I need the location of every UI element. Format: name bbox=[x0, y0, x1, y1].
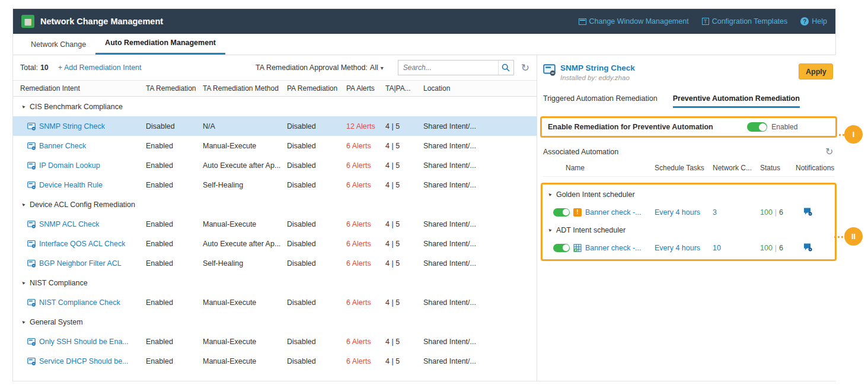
col-network-c[interactable]: Network C... bbox=[713, 164, 760, 172]
table-row[interactable]: Only SSH Should be Ena... Enabled Manual… bbox=[13, 332, 537, 351]
automation-name-link[interactable]: Banner check -... bbox=[585, 244, 642, 252]
help-label: Help bbox=[812, 17, 827, 26]
table-row[interactable]: SNMP ACL Check Enabled Manual-Execute Di… bbox=[13, 214, 537, 234]
col-pa-alerts[interactable]: PA Alerts bbox=[346, 84, 385, 93]
intent-name-link[interactable]: Only SSH Should be Ena... bbox=[39, 338, 129, 346]
table-group-row[interactable]: ▲ CIS Benchmark Compliance bbox=[13, 97, 537, 116]
intent-name-link[interactable]: Interface QOS ACL Check bbox=[39, 240, 125, 248]
enable-remediation-toggle[interactable] bbox=[747, 122, 767, 132]
pa-alerts-cell[interactable]: 6 Alerts bbox=[346, 259, 385, 268]
collapse-icon[interactable]: ▲ bbox=[546, 227, 553, 234]
refresh-icon[interactable]: ↻ bbox=[521, 63, 529, 73]
intent-name-link[interactable]: IP Domain Lookup bbox=[39, 161, 100, 170]
annotation-connector bbox=[834, 236, 843, 238]
col-pa-remediation[interactable]: PA Remediation bbox=[287, 84, 346, 93]
search-button[interactable] bbox=[498, 61, 513, 75]
table-row[interactable]: Service DHCP Should be... Enabled Manual… bbox=[13, 351, 537, 371]
intent-name-link[interactable]: Banner Check bbox=[39, 142, 86, 150]
ta-remediation-cell: Enabled bbox=[146, 161, 203, 170]
refresh-icon[interactable]: ↻ bbox=[825, 147, 833, 157]
automation-row[interactable]: ! Banner check -... Every 4 hours 3 100|… bbox=[543, 202, 834, 222]
table-row[interactable]: IP Domain Lookup Enabled Auto Execute af… bbox=[13, 155, 537, 175]
ta-method-cell: Manual-Execute bbox=[203, 220, 287, 228]
network-count-cell[interactable]: 10 bbox=[713, 244, 760, 252]
scheduler-group-row[interactable]: ▲ Golden Intent scheduler bbox=[543, 186, 834, 202]
apply-button[interactable]: Apply bbox=[799, 63, 833, 79]
status-cell[interactable]: 100|6 bbox=[760, 208, 796, 217]
pa-alerts-cell[interactable]: 6 Alerts bbox=[346, 357, 385, 365]
automation-row[interactable]: Banner check -... Every 4 hours 10 100|6 bbox=[543, 238, 834, 257]
collapse-icon[interactable]: ▲ bbox=[20, 103, 27, 110]
table-row[interactable]: Device Health Rule Enabled Self-Healing … bbox=[13, 175, 537, 195]
pa-alerts-cell[interactable]: 6 Alerts bbox=[346, 181, 385, 189]
enable-remediation-highlight-box: Enable Remediation for Preventive Automa… bbox=[540, 116, 837, 138]
table-group-row[interactable]: ▲ General System bbox=[13, 312, 537, 332]
pa-alerts-cell[interactable]: 6 Alerts bbox=[346, 220, 385, 228]
annotation-marker-2: II bbox=[844, 227, 863, 246]
col-ta-pa[interactable]: TA|PA... bbox=[385, 84, 423, 93]
intent-name-link[interactable]: BGP Neighbor Filter ACL bbox=[39, 259, 122, 268]
notification-cell[interactable] bbox=[796, 242, 834, 253]
table-row[interactable]: Banner Check Enabled Manual-Execute Disa… bbox=[13, 136, 537, 155]
remediation-intent-icon bbox=[27, 220, 36, 228]
automation-name-link[interactable]: Banner check -... bbox=[585, 208, 642, 217]
tab-preventive-automation-remediation[interactable]: Preventive Automation Remediation bbox=[673, 94, 800, 108]
pa-remediation-cell: Disabled bbox=[287, 338, 346, 346]
table-row[interactable]: NIST Compliance Check Enabled Manual-Exe… bbox=[13, 292, 537, 312]
status-cell[interactable]: 100|6 bbox=[760, 244, 796, 252]
tab-auto-remediation-management[interactable]: Auto Remediation Management bbox=[95, 33, 225, 55]
col-location[interactable]: Location bbox=[423, 84, 537, 93]
approval-method-filter[interactable]: TA Remediation Approval Method: All ▾ bbox=[256, 63, 384, 72]
tab-network-change[interactable]: Network Change bbox=[21, 35, 95, 55]
group-label: General System bbox=[30, 318, 83, 326]
configuration-templates-link[interactable]: T Configration Templates bbox=[702, 17, 788, 26]
detail-title: SNMP String Check bbox=[560, 63, 635, 72]
table-group-row[interactable]: ▲ NIST Compliance bbox=[13, 273, 537, 292]
change-window-management-link[interactable]: Change Window Management bbox=[579, 17, 689, 26]
intent-name-link[interactable]: SNMP ACL Check bbox=[39, 220, 99, 228]
intent-name-link[interactable]: SNMP String Check bbox=[39, 122, 105, 131]
collapse-icon[interactable]: ▲ bbox=[20, 319, 27, 326]
col-name[interactable]: Name bbox=[543, 164, 655, 172]
automation-toggle[interactable] bbox=[553, 244, 570, 252]
location-cell: Shared Intent/... bbox=[423, 259, 537, 268]
automation-toggle[interactable] bbox=[553, 208, 570, 217]
scheduler-group-row[interactable]: ▲ ADT Intent scheduler bbox=[543, 222, 834, 238]
associated-automation-title: Associated Automation bbox=[543, 148, 618, 156]
col-ta-remediation[interactable]: TA Remediation bbox=[146, 84, 203, 93]
status-fail-count: 6 bbox=[779, 244, 783, 252]
pa-alerts-cell[interactable]: 6 Alerts bbox=[346, 142, 385, 150]
pa-alerts-cell[interactable]: 6 Alerts bbox=[346, 298, 385, 307]
ta-remediation-cell: Enabled bbox=[146, 259, 203, 268]
table-row[interactable]: Interface QOS ACL Check Enabled Auto Exe… bbox=[13, 234, 537, 253]
pa-alerts-cell[interactable]: 6 Alerts bbox=[346, 161, 385, 170]
intent-name-link[interactable]: Service DHCP Should be... bbox=[39, 357, 129, 365]
notification-cell[interactable] bbox=[796, 206, 834, 218]
pa-alerts-cell[interactable]: 6 Alerts bbox=[346, 240, 385, 248]
table-row[interactable]: BGP Neighbor Filter ACL Enabled Self-Hea… bbox=[13, 253, 537, 273]
pa-alerts-cell[interactable]: 6 Alerts bbox=[346, 338, 385, 346]
col-notifications[interactable]: Notifications bbox=[796, 164, 834, 172]
pa-remediation-cell: Disabled bbox=[287, 240, 346, 248]
network-count-cell[interactable]: 3 bbox=[713, 208, 760, 217]
col-ta-remediation-method[interactable]: TA Remediation Method bbox=[203, 84, 287, 93]
table-group-row[interactable]: ▲ Device ACL Config Remediation bbox=[13, 195, 537, 214]
intent-name-link[interactable]: Device Health Rule bbox=[39, 181, 103, 189]
search-icon bbox=[502, 63, 510, 72]
help-link[interactable]: ? Help bbox=[800, 17, 827, 26]
intent-detail-icon bbox=[543, 63, 556, 82]
col-remediation-intent[interactable]: Remediation Intent bbox=[20, 84, 146, 93]
collapse-icon[interactable]: ▲ bbox=[20, 279, 27, 287]
tab-triggered-automation-remediation[interactable]: Triggered Automation Remediation bbox=[543, 94, 658, 108]
table-row[interactable]: SNMP String Check Disabled N/A Disabled … bbox=[13, 116, 537, 136]
ta-remediation-cell: Enabled bbox=[146, 240, 203, 248]
pa-alerts-cell[interactable]: 12 Alerts bbox=[346, 122, 385, 131]
add-remediation-intent-button[interactable]: + Add Remediation Intent bbox=[58, 63, 142, 72]
col-status[interactable]: Status bbox=[760, 164, 796, 172]
search-input[interactable] bbox=[398, 63, 498, 72]
intent-toolbar: Total: 10 + Add Remediation Intent TA Re… bbox=[13, 55, 537, 80]
col-schedule-tasks[interactable]: Schedule Tasks bbox=[655, 164, 713, 172]
collapse-icon[interactable]: ▲ bbox=[546, 191, 553, 198]
intent-name-link[interactable]: NIST Compliance Check bbox=[39, 298, 120, 307]
collapse-icon[interactable]: ▲ bbox=[20, 201, 27, 208]
